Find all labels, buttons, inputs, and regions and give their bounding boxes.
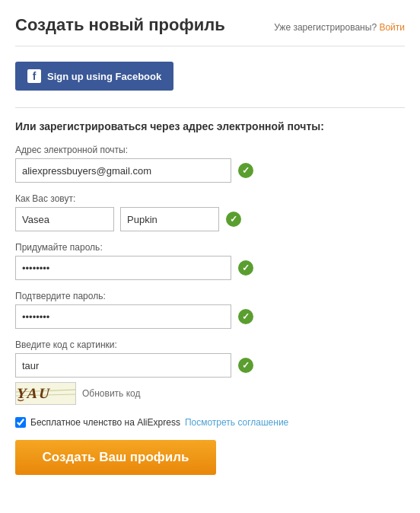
already-text: Уже зарегистрированы?: [274, 22, 377, 33]
confirm-password-label: Подтвердите пароль:: [15, 291, 405, 301]
captcha-label: Введите код с картинки:: [15, 339, 405, 350]
facebook-signup-button[interactable]: f Sign up using Facebook: [15, 62, 173, 91]
email-row: Адрес электронной почты:: [15, 145, 405, 183]
password-valid-indicator: [238, 260, 253, 276]
captcha-row-container: Введите код с картинки: YAU: [15, 339, 405, 405]
name-valid-indicator: [226, 212, 241, 227]
confirm-password-valid-indicator: [238, 309, 253, 324]
password-check-icon: [237, 260, 254, 276]
header-row: Создать новый профиль Уже зарегистрирова…: [15, 15, 405, 46]
captcha-field-wrapper: [15, 353, 405, 378]
divider: [15, 107, 405, 108]
facebook-icon: f: [27, 69, 41, 83]
email-field-wrapper: [15, 158, 405, 183]
email-valid-indicator: [238, 163, 253, 178]
membership-agreement-link[interactable]: Посмотреть соглашение: [185, 417, 288, 428]
email-label: Адрес электронной почты:: [15, 145, 405, 155]
captcha-input[interactable]: [15, 353, 231, 378]
facebook-button-label: Sign up using Facebook: [47, 71, 161, 82]
login-link[interactable]: Войти: [379, 22, 405, 33]
captcha-visual-text: YAU: [15, 382, 76, 405]
email-input[interactable]: [15, 158, 231, 183]
or-label: Или зарегистрироваться через адрес элект…: [15, 120, 405, 132]
captcha-image: YAU: [15, 382, 76, 405]
confirm-password-row: Подтвердите пароль:: [15, 291, 405, 329]
submit-button[interactable]: Создать Ваш профиль: [15, 440, 216, 475]
last-name-input[interactable]: [120, 207, 219, 231]
svg-text:YAU: YAU: [15, 385, 53, 401]
name-row: Как Вас зовут:: [15, 193, 405, 231]
captcha-image-row: YAU Обновить код: [15, 382, 405, 405]
page-container: Создать новый профиль Уже зарегистрирова…: [0, 0, 420, 498]
already-registered: Уже зарегистрированы? Войти: [274, 22, 405, 33]
password-field-wrapper: [15, 256, 405, 280]
name-check-icon: [225, 211, 242, 228]
refresh-captcha-link[interactable]: Обновить код: [82, 388, 140, 399]
captcha-valid-indicator: [238, 358, 253, 373]
membership-row: Бесплатное членство на AliExpress Посмот…: [15, 417, 405, 428]
page-title: Создать новый профиль: [15, 15, 225, 35]
first-name-input[interactable]: [15, 207, 114, 231]
name-field-wrapper: [15, 207, 405, 231]
name-label: Как Вас зовут:: [15, 193, 405, 204]
membership-checkbox[interactable]: [15, 417, 26, 428]
email-check-icon: [237, 162, 254, 179]
password-label: Придумайте пароль:: [15, 242, 405, 253]
password-row: Придумайте пароль:: [15, 242, 405, 280]
confirm-password-field-wrapper: [15, 304, 405, 329]
name-inputs: [15, 207, 219, 231]
confirm-password-check-icon: [237, 308, 254, 325]
confirm-password-input[interactable]: [15, 304, 231, 329]
membership-text: Бесплатное членство на AliExpress: [30, 417, 180, 428]
captcha-check-icon: [237, 357, 254, 374]
password-input[interactable]: [15, 256, 231, 280]
